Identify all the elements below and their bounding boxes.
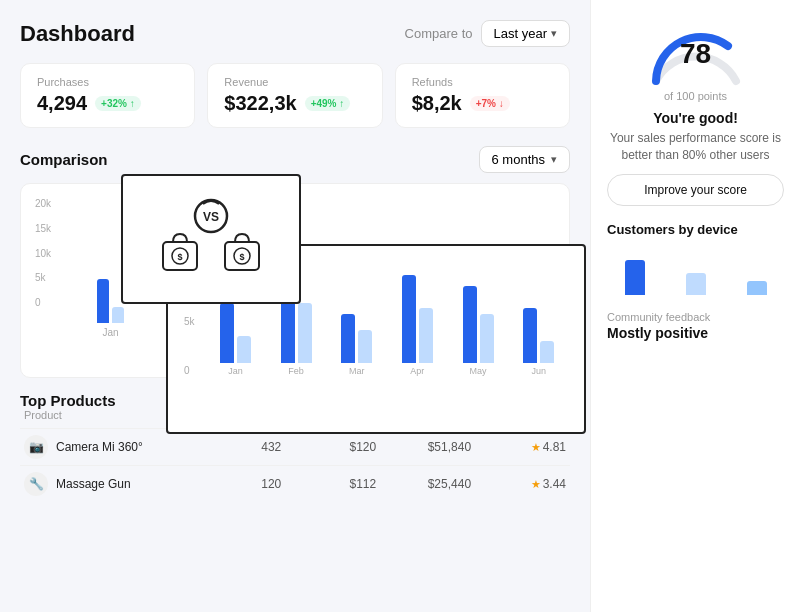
product-name-1: Massage Gun bbox=[56, 477, 186, 491]
chevron-down-icon: ▾ bbox=[551, 153, 557, 166]
product-revenue-1: $25,440 bbox=[384, 477, 471, 491]
score-section: 78 of 100 points You're good! Your sales… bbox=[607, 16, 784, 206]
compare-dropdown[interactable]: Last year ▾ bbox=[481, 20, 570, 47]
community-feedback-section: Community feedback Mostly positive bbox=[607, 311, 784, 341]
star-icon: ★ bbox=[531, 441, 541, 454]
score-status: You're good! bbox=[607, 110, 784, 126]
svg-text:$: $ bbox=[177, 252, 182, 262]
score-description: Your sales performance score is better t… bbox=[607, 130, 784, 164]
refunds-card: Refunds $8,2k +7% ↓ bbox=[395, 63, 570, 128]
refunds-label: Refunds bbox=[412, 76, 553, 88]
compare-label: Compare to bbox=[405, 26, 473, 41]
product-rating-0: ★ 4.81 bbox=[479, 440, 566, 454]
product-rating-1: ★ 3.44 bbox=[479, 477, 566, 491]
months-value: 6 months bbox=[492, 152, 545, 167]
rating-value-1: 3.44 bbox=[543, 477, 566, 491]
right-panel: 78 of 100 points You're good! Your sales… bbox=[590, 0, 800, 612]
refunds-value: $8,2k bbox=[412, 92, 462, 115]
product-price-1: $112 bbox=[289, 477, 376, 491]
score-number: 78 bbox=[680, 38, 711, 69]
customers-by-device-section: Customers by device bbox=[607, 222, 784, 295]
comparison-chart: VS $ $ 20k bbox=[20, 183, 570, 378]
product-icon-massage: 🔧 bbox=[24, 472, 48, 496]
product-revenue-0: $51,840 bbox=[384, 440, 471, 454]
score-arc: 78 bbox=[641, 16, 751, 86]
improve-score-button[interactable]: Improve your score bbox=[607, 174, 784, 206]
comparison-title: Comparison bbox=[20, 151, 108, 168]
star-icon: ★ bbox=[531, 478, 541, 491]
customers-by-device-title: Customers by device bbox=[607, 222, 784, 237]
page-title: Dashboard bbox=[20, 21, 135, 47]
svg-text:VS: VS bbox=[203, 210, 219, 224]
compare-section: Compare to Last year ▾ bbox=[405, 20, 570, 47]
revenue-card: Revenue $322,3k +49% ↑ bbox=[207, 63, 382, 128]
svg-text:$: $ bbox=[239, 252, 244, 262]
rating-value-0: 4.81 bbox=[543, 440, 566, 454]
product-row: 🔧 Massage Gun 120 $112 $25,440 ★ 3.44 bbox=[20, 465, 570, 502]
months-dropdown[interactable]: 6 months ▾ bbox=[479, 146, 570, 173]
purchases-value: 4,294 bbox=[37, 92, 87, 115]
revenue-value: $322,3k bbox=[224, 92, 296, 115]
stats-row: Purchases 4,294 +32% ↑ Revenue $322,3k +… bbox=[20, 63, 570, 128]
purchases-badge: +32% ↑ bbox=[95, 96, 141, 111]
compare-value: Last year bbox=[494, 26, 547, 41]
revenue-badge: +49% ↑ bbox=[305, 96, 351, 111]
purchases-card: Purchases 4,294 +32% ↑ bbox=[20, 63, 195, 128]
product-sales-0: 432 bbox=[194, 440, 281, 454]
refunds-badge: +7% ↓ bbox=[470, 96, 510, 111]
product-price-0: $120 bbox=[289, 440, 376, 454]
community-feedback-label: Community feedback bbox=[607, 311, 784, 323]
product-icon-camera: 📷 bbox=[24, 435, 48, 459]
revenue-label: Revenue bbox=[224, 76, 365, 88]
product-name-0: Camera Mi 360° bbox=[56, 440, 186, 454]
vs-icon: VS $ $ bbox=[151, 194, 271, 284]
product-sales-1: 120 bbox=[194, 477, 281, 491]
chevron-down-icon: ▾ bbox=[551, 27, 557, 40]
purchases-label: Purchases bbox=[37, 76, 178, 88]
comparison-overlay: VS $ $ bbox=[121, 174, 301, 304]
score-subtitle: of 100 points bbox=[607, 90, 784, 102]
community-feedback-value: Mostly positive bbox=[607, 325, 784, 341]
